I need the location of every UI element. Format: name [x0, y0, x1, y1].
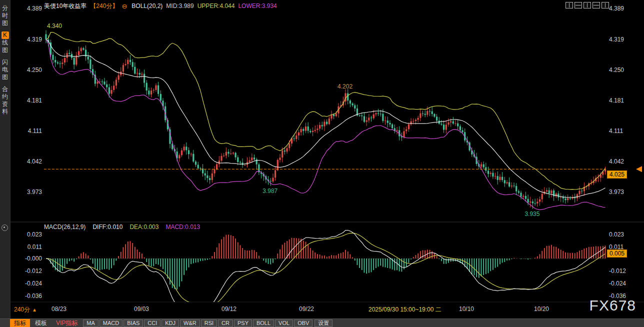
indicator-buttons: MAMACDBIASCCIKDJW&RRSICRPSYBOLLVOLOBV — [82, 320, 313, 327]
macd-axis-label-left: 0.023 — [20, 231, 42, 238]
date-label: 08/23 — [52, 306, 66, 312]
macd-axis-label-left: -0.000 — [20, 255, 42, 262]
collapse-circle-icon[interactable]: ⊖ — [122, 2, 127, 10]
sidebar-item-char: 分 — [2, 4, 9, 12]
layout-split-horizontal-icon[interactable] — [574, 2, 582, 8]
indicator-button-psy[interactable]: PSY — [234, 320, 252, 327]
layout-split-vertical-icon[interactable] — [584, 2, 591, 8]
layout-single-icon[interactable] — [566, 2, 573, 8]
watermark: FX678 — [590, 297, 636, 314]
instrument-title: 美债10年收益率 — [44, 2, 86, 10]
settings-button[interactable]: 设置 — [314, 320, 332, 327]
tab-template[interactable]: 模板 — [31, 319, 51, 327]
sidebar-item-char: 图 — [2, 20, 9, 27]
bottom-toolbar: 指标 模板 VIP指标 MAMACDBIASCCIKDJW&RRSICRPSYB… — [0, 318, 644, 327]
indicator-button-cci[interactable]: CCI — [144, 320, 160, 327]
sidebar-item-char: 料 — [2, 108, 9, 116]
sidebar-item-char: 资 — [2, 100, 9, 108]
date-label: 09/03 — [134, 306, 149, 312]
sidebar-item-kline-chart[interactable]: K线图 — [0, 32, 10, 54]
price-annotation: 4.340 — [47, 22, 62, 30]
macd-axis-label-left: -0.012 — [20, 268, 42, 274]
window-controls — [566, 2, 609, 8]
chart-canvas[interactable] — [0, 0, 644, 327]
sidebar-item-contract-info[interactable]: 合约资料 — [0, 86, 10, 116]
indicator-button-bias[interactable]: BIAS — [124, 320, 143, 327]
sidebar-item-time-chart[interactable]: 分时图 — [0, 4, 10, 27]
indicator-button-cr[interactable]: CR — [218, 320, 233, 327]
date-label: 10/20 — [534, 306, 549, 312]
chart-header: 美债10年收益率【240分】 ⊖ BOLL(20,2) MID:3.989 UP… — [44, 2, 277, 10]
date-label: 09/22 — [299, 306, 314, 312]
boll-mid-value: MID:3.989 — [166, 2, 194, 10]
sidebar-item-flash-chart[interactable]: 闪电图 — [0, 58, 10, 81]
layout-quad-icon[interactable] — [592, 2, 600, 8]
macd-axis-label-left: 0.011 — [20, 244, 42, 250]
price-axis-label-left: 4.181 — [20, 97, 42, 104]
price-axis-label-right: 4.319 — [609, 36, 624, 43]
last-price-badge: 4.025 — [607, 170, 627, 178]
macd-value-badge: 0.005 — [607, 250, 627, 258]
macd-dea-value: DEA:0.003 — [130, 224, 158, 230]
sidebar-item-char: 约 — [2, 93, 9, 100]
price-axis-label-right: 4.389 — [609, 5, 624, 12]
indicator-dot-icon[interactable] — [2, 224, 8, 231]
trading-terminal: 分时图K线图闪电图合约资料 美债10年收益率【240分】 ⊖ BOLL(20,2… — [0, 0, 644, 327]
indicator-button-kdj[interactable]: KDJ — [162, 320, 179, 327]
macd-axis-label-right: 0.023 — [609, 231, 624, 238]
macd-axis-label-right: -0.024 — [609, 280, 626, 287]
sidebar-item-char: 图 — [2, 46, 9, 54]
price-axis-label-right: 4.181 — [609, 97, 624, 104]
price-axis-label-right: 3.973 — [609, 188, 624, 196]
date-label: 09/12 — [222, 306, 236, 312]
tab-vip-indicator[interactable]: VIP指标 — [52, 319, 82, 327]
indicator-button-ma[interactable]: MA — [83, 320, 98, 327]
macd-axis-label-right: -0.012 — [609, 268, 626, 274]
period-arrow-icon: ▲ — [32, 307, 37, 312]
macd-axis-label-left: -0.024 — [20, 280, 42, 287]
period-tag[interactable]: 【240分】 — [90, 2, 118, 10]
sidebar-item-char: 电 — [2, 66, 9, 74]
boll-lower-value: LOWER:3.934 — [238, 2, 276, 10]
boll-label: BOLL(20,2) — [132, 2, 162, 10]
sidebar-item-char: 线 — [2, 39, 9, 46]
layout-grid-icon[interactable] — [602, 2, 609, 8]
indicator-button-obv[interactable]: OBV — [294, 320, 312, 327]
tab-indicator[interactable]: 指标 — [10, 319, 30, 327]
sidebar-item-char: 闪 — [2, 58, 9, 66]
date-label: 10/10 — [459, 306, 474, 312]
period-indicator[interactable]: 240分▲ — [14, 306, 37, 314]
indicator-button-macd[interactable]: MACD — [100, 320, 122, 327]
price-axis-label-left: 4.319 — [20, 36, 42, 43]
price-annotation: 3.987 — [262, 188, 278, 194]
macd-diff-value: DIFF:0.010 — [92, 224, 122, 230]
indicator-button-vol[interactable]: VOL — [275, 320, 293, 327]
period-label: 240分 — [14, 306, 30, 313]
macd-header: MACD(26,12,9) DIFF:0.010 DEA:0.003 MACD:… — [44, 224, 200, 230]
macd-macd-value: MACD:0.013 — [166, 224, 200, 230]
price-axis-label-left: 4.111 — [20, 128, 42, 134]
price-axis-label-right: 4.042 — [609, 158, 624, 165]
price-annotation: 4.202 — [338, 83, 352, 90]
macd-axis-label-left: -0.036 — [20, 292, 42, 300]
macd-params-label: MACD(26,12,9) — [44, 224, 86, 230]
price-arrow-icon — [636, 166, 642, 172]
sidebar-item-char: K — [2, 32, 9, 39]
selected-bar-date: 2025/09/30 15:00~19:00 二 — [368, 306, 442, 314]
price-annotation: 3.935 — [524, 210, 540, 218]
sidebar-item-char: 图 — [2, 74, 9, 81]
sidebar-item-char: 时 — [2, 12, 9, 20]
sidebar-item-char: 合 — [2, 86, 9, 93]
price-axis-label-left: 4.389 — [20, 5, 42, 12]
boll-upper-value: UPPER:4.044 — [198, 2, 235, 10]
indicator-button-wr[interactable]: W&R — [180, 320, 200, 327]
price-axis-label-right: 4.250 — [609, 66, 624, 74]
sidebar: 分时图K线图闪电图合约资料 — [0, 0, 10, 318]
price-axis-label-left: 4.042 — [20, 158, 42, 165]
indicator-button-rsi[interactable]: RSI — [201, 320, 217, 327]
price-axis-label-left: 4.250 — [20, 66, 42, 74]
indicator-button-boll[interactable]: BOLL — [253, 320, 274, 327]
price-axis-label-right: 4.111 — [609, 128, 623, 134]
price-axis-label-left: 3.973 — [20, 188, 42, 196]
